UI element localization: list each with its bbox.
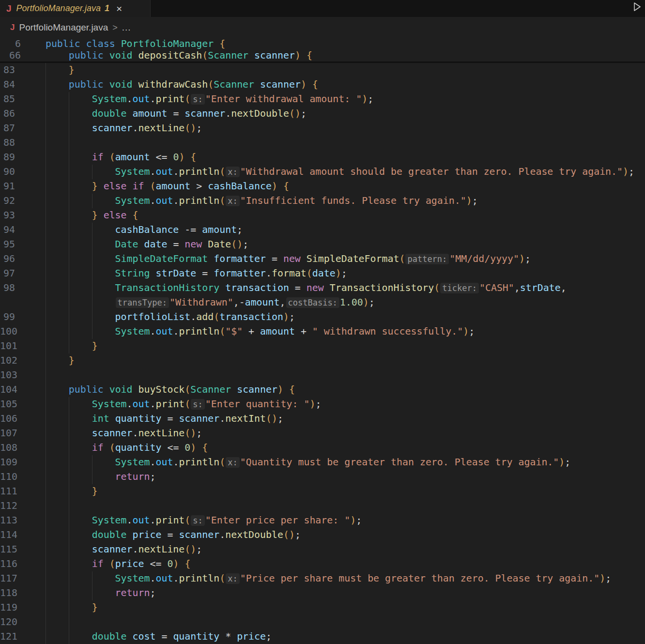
- indent-guide: [69, 136, 69, 150]
- line-number: 106: [0, 412, 15, 426]
- code-text: if (price <= 0) {: [22, 557, 190, 571]
- inlay-hint: x:: [226, 167, 239, 177]
- run-button[interactable]: [630, 1, 644, 15]
- inlay-hint: x:: [226, 457, 239, 468]
- code-line-98[interactable]: 98 TransactionHistory transaction = new …: [0, 281, 645, 295]
- line-number: 117: [0, 571, 15, 586]
- code-line-113[interactable]: 113 System.out.print(s:"Enter price per …: [0, 513, 645, 528]
- code-line-119[interactable]: 119 }: [0, 600, 645, 615]
- code-line-120[interactable]: 120: [0, 615, 645, 629]
- code-line-108[interactable]: 108 if (quantity <= 0) {: [0, 441, 645, 455]
- code-text: public void buyStock(Scanner scanner) {: [22, 383, 295, 397]
- line-number: 85: [0, 92, 15, 107]
- code-line-97[interactable]: 97 String strDate = formatter.format(dat…: [0, 266, 645, 281]
- code-text: } else if (amount > cashBalance) {: [22, 179, 289, 194]
- inlay-hint: transType:: [116, 297, 169, 308]
- close-icon[interactable]: ×: [116, 3, 122, 14]
- code-line-112[interactable]: 112: [0, 499, 645, 513]
- line-number: 94: [0, 223, 15, 237]
- code-line-109[interactable]: 109 System.out.println(x:"Quantity must …: [0, 455, 645, 470]
- inlay-hint: x:: [226, 196, 239, 206]
- breadcrumb-file[interactable]: PortfolioManager.java: [19, 22, 108, 33]
- line-number: 66: [0, 50, 21, 61]
- code-line-93[interactable]: 93 } else {: [0, 208, 645, 223]
- line-number: 87: [0, 121, 15, 136]
- code-line-104[interactable]: 104 public void buyStock(Scanner scanner…: [0, 383, 645, 397]
- code-line-86[interactable]: 86 double amount = scanner.nextDouble();: [0, 107, 645, 121]
- code-line-96[interactable]: 96 SimpleDateFormat formatter = new Simp…: [0, 252, 645, 266]
- code-line-85[interactable]: 85 System.out.print(s:"Enter withdrawal …: [0, 92, 645, 107]
- code-line-116[interactable]: 116 if (price <= 0) {: [0, 557, 645, 571]
- code-line-84[interactable]: 84 public void withdrawCash(Scanner scan…: [0, 77, 645, 92]
- code-text: } else {: [22, 208, 138, 223]
- code-line-88[interactable]: 88: [0, 136, 645, 150]
- line-number: 111: [0, 484, 15, 499]
- line-number: 118: [0, 586, 15, 600]
- code-text: System.out.print(s:"Enter price per shar…: [22, 513, 362, 528]
- inlay-hint: s:: [191, 94, 204, 105]
- code-line-100[interactable]: 100 System.out.println("$" + amount + " …: [0, 324, 645, 339]
- code-line-91[interactable]: 91 } else if (amount > cashBalance) {: [0, 179, 645, 194]
- inlay-hint: s:: [191, 399, 204, 410]
- line-number: 108: [0, 441, 15, 455]
- code-line-94[interactable]: 94 cashBalance -= amount;: [0, 223, 645, 237]
- code-line-106[interactable]: 106 int quantity = scanner.nextInt();: [0, 412, 645, 426]
- code-text: public void depositCash(Scanner scanner)…: [22, 50, 312, 61]
- breadcrumb: J PortfolioManager.java > ...: [0, 17, 645, 38]
- code-line-107[interactable]: 107 scanner.nextLine();: [0, 426, 645, 441]
- code-line-110[interactable]: 110 return;: [0, 470, 645, 484]
- tab-portfoliomanager[interactable]: J PortfolioManager.java 1 ×: [0, 0, 151, 17]
- indent-guide: [46, 368, 46, 383]
- sticky-line-6[interactable]: 6 public class PortfolioManager {: [0, 38, 645, 50]
- line-number: 98: [0, 281, 15, 295]
- code-text: System.out.print(s:"Enter withdrawal amo…: [22, 92, 373, 107]
- code-text: return;: [22, 586, 155, 600]
- code-line-89[interactable]: 89 if (amount <= 0) {: [0, 150, 645, 165]
- code-line-111[interactable]: 111 }: [0, 484, 645, 499]
- sticky-line-66[interactable]: 66 public void depositCash(Scanner scann…: [0, 50, 645, 61]
- code-text: int quantity = scanner.nextInt();: [22, 412, 283, 426]
- line-number: 99: [0, 310, 15, 324]
- line-number: 107: [0, 426, 15, 441]
- code-line-118[interactable]: 118 return;: [0, 586, 645, 600]
- code-line-103[interactable]: 103: [0, 368, 645, 383]
- line-number: 119: [0, 600, 15, 615]
- code-line-105[interactable]: 105 System.out.print(s:"Enter quantity: …: [0, 397, 645, 412]
- line-number: 103: [0, 368, 15, 383]
- code-text: System.out.println("$" + amount + " with…: [22, 324, 475, 339]
- line-number: 97: [0, 266, 15, 281]
- inlay-hint: x:: [226, 573, 239, 584]
- code-text: }: [22, 600, 98, 615]
- code-text: return;: [22, 470, 155, 484]
- code-text: System.out.print(s:"Enter quantity: ");: [22, 397, 321, 412]
- code-line-83[interactable]: 83 }: [0, 63, 645, 77]
- line-number: 113: [0, 513, 15, 528]
- code-text: SimpleDateFormat formatter = new SimpleD…: [22, 252, 531, 266]
- code-line-wrap[interactable]: transType:"Withdrawn",-amount,costBasis:…: [0, 295, 645, 310]
- code-text: TransactionHistory transaction = new Tra…: [22, 281, 567, 295]
- line-number: 84: [0, 77, 15, 92]
- tab-title: PortfolioManager.java: [16, 3, 101, 14]
- breadcrumb-symbol-more[interactable]: ...: [122, 22, 131, 33]
- code-line-99[interactable]: 99 portfolioList.add(transaction);: [0, 310, 645, 324]
- code-line-90[interactable]: 90 System.out.println(x:"Withdrawal amou…: [0, 165, 645, 179]
- code-text: public class PortfolioManager {: [22, 38, 225, 50]
- code-lines: 83 }84 public void withdrawCash(Scanner …: [0, 63, 645, 644]
- code-line-92[interactable]: 92 System.out.println(x:"Insufficient fu…: [0, 194, 645, 208]
- code-line-95[interactable]: 95 Date date = new Date();: [0, 237, 645, 252]
- code-line-101[interactable]: 101 }: [0, 339, 645, 353]
- code-line-114[interactable]: 114 double price = scanner.nextDouble();: [0, 528, 645, 542]
- code-line-121[interactable]: 121 double cost = quantity * price;: [0, 629, 645, 644]
- code-line-102[interactable]: 102 }: [0, 353, 645, 368]
- indent-guide: [46, 615, 46, 629]
- code-line-115[interactable]: 115 scanner.nextLine();: [0, 542, 645, 557]
- code-text: double cost = quantity * price;: [22, 629, 272, 644]
- code-text: double amount = scanner.nextDouble();: [22, 107, 307, 121]
- code-text: }: [22, 353, 75, 368]
- line-number: 109: [0, 455, 15, 470]
- code-line-117[interactable]: 117 System.out.println(x:"Price per shar…: [0, 571, 645, 586]
- code-editor[interactable]: 6 public class PortfolioManager {66 publ…: [0, 38, 645, 644]
- inlay-hint: pattern:: [405, 254, 449, 264]
- code-line-87[interactable]: 87 scanner.nextLine();: [0, 121, 645, 136]
- code-text: System.out.println(x:"Insufficient funds…: [22, 194, 478, 208]
